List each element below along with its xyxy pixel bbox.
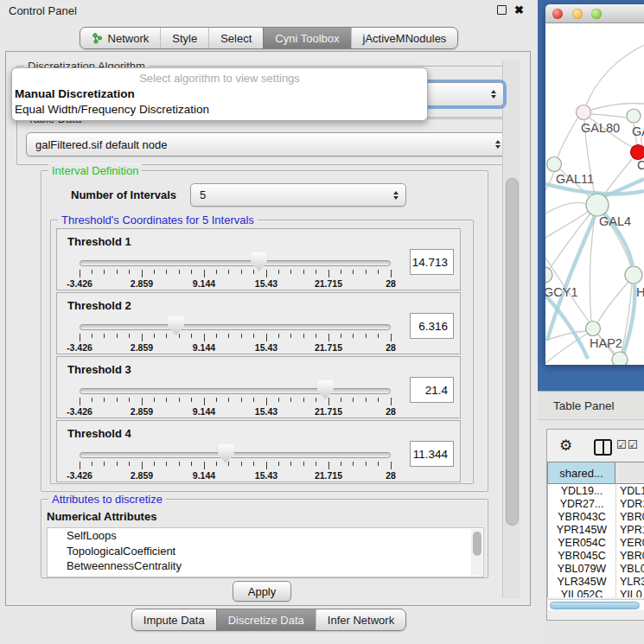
tick-mark xyxy=(80,398,80,405)
table-row[interactable]: YDR27...YDR2 xyxy=(548,497,644,510)
close-light-icon[interactable] xyxy=(552,9,563,19)
threshold-value-field[interactable]: 14.713 xyxy=(410,249,454,275)
control-panel-titlebar: Control Panel ✖ xyxy=(0,0,538,22)
table-row[interactable]: YIL052CYIL0 xyxy=(548,588,644,597)
tick-mark xyxy=(290,398,291,402)
attribute-list-item[interactable]: SelfLoops xyxy=(48,528,483,544)
tick-mark xyxy=(204,334,205,341)
table-row[interactable]: YLR345WYLR3 xyxy=(548,575,644,588)
slider-track[interactable] xyxy=(80,324,391,330)
slider-thumb[interactable] xyxy=(251,252,267,271)
control-panel-scrollbar-thumb[interactable] xyxy=(506,178,519,526)
tick-label: 21.715 xyxy=(301,342,356,353)
network-node-gcy1[interactable] xyxy=(545,267,552,283)
threshold-panel: Threshold 2-3.4262.8599.14415.4321.71528… xyxy=(56,292,461,354)
attribute-list-item[interactable]: TopologicalCoefficient xyxy=(48,544,483,559)
checkbox-icon[interactable]: ☑ xyxy=(616,438,627,451)
slider-track[interactable] xyxy=(80,452,391,458)
apply-button[interactable]: Apply xyxy=(233,581,291,602)
control-panel-scrollbar[interactable] xyxy=(502,61,520,598)
tab-select[interactable]: Select xyxy=(208,28,263,48)
table-hscrollbar[interactable] xyxy=(548,599,644,610)
zoom-light-icon[interactable] xyxy=(591,9,602,19)
network-desktop: GAL80GACGAL11GAL4GCY1HHAP2 xyxy=(538,0,644,391)
panel-title: Control Panel xyxy=(9,4,77,17)
threshold-value-field[interactable]: 6.316 xyxy=(410,313,454,339)
checkbox-icon[interactable]: ☑ xyxy=(628,438,638,451)
slider-thumb[interactable] xyxy=(317,380,334,399)
tab-network[interactable]: Network xyxy=(80,28,161,48)
attributes-group-title: Attributes to discretize xyxy=(48,493,166,506)
table-data-combobox[interactable]: galFiltered.sif default node xyxy=(26,132,508,156)
close-icon[interactable]: ✖ xyxy=(514,4,524,16)
slider-thumb[interactable] xyxy=(168,316,184,335)
list-scrollbar[interactable] xyxy=(471,529,482,576)
algorithm-popup-prompt: Select algorithm to view settings xyxy=(12,72,427,85)
tick-mark xyxy=(228,462,229,466)
columns-icon[interactable] xyxy=(594,439,612,456)
attribute-list-item[interactable]: BetweennessCentrality xyxy=(48,558,483,574)
gear-icon[interactable]: ⚙ xyxy=(559,437,572,455)
table-row[interactable]: YBL079WYBL0 xyxy=(548,562,644,575)
combo-arrows-icon xyxy=(495,140,501,149)
tick-mark xyxy=(104,334,105,338)
network-node-c[interactable] xyxy=(631,145,644,160)
tick-mark xyxy=(366,270,367,274)
tab-style[interactable]: Style xyxy=(160,28,208,48)
table-row[interactable]: YDL19...YDL1 xyxy=(548,484,644,497)
table-row[interactable]: YBR045CYBR0 xyxy=(548,549,644,562)
tick-label: 2.859 xyxy=(114,342,169,353)
minimize-light-icon[interactable] xyxy=(572,9,583,19)
tab-jactivemnodules[interactable]: jActiveMNodules xyxy=(351,28,458,48)
column-header-shared-name[interactable]: shared... xyxy=(547,462,615,484)
number-of-intervals-combobox[interactable]: 5 xyxy=(190,183,406,207)
table-header: shared... na xyxy=(547,462,644,484)
threshold-value-field[interactable]: 21.4 xyxy=(410,377,454,403)
algorithm-option[interactable]: Equal Width/Frequency Discretization xyxy=(15,103,209,116)
threshold-panel: Threshold 3-3.4262.8599.14415.4321.71528… xyxy=(56,356,461,418)
table-row[interactable]: YPR145WYPR1 xyxy=(548,523,644,536)
tick-mark xyxy=(253,334,254,338)
network-node-gal11[interactable] xyxy=(547,157,562,172)
list-scrollbar-thumb[interactable] xyxy=(473,532,481,556)
slider-track[interactable] xyxy=(80,388,391,394)
network-node[interactable] xyxy=(612,352,628,365)
tick-mark xyxy=(316,270,316,274)
network-window[interactable]: GAL80GACGAL11GAL4GCY1HHAP2 xyxy=(545,4,644,365)
network-node-hap2[interactable] xyxy=(586,322,601,336)
column-header-name[interactable]: na xyxy=(615,462,644,484)
tick-mark xyxy=(290,334,291,338)
tick-mark xyxy=(328,334,329,341)
tick-mark xyxy=(179,334,180,338)
tick-mark xyxy=(303,334,304,338)
thresholds-group-title: Threshold's Coordinates for 5 Intervals xyxy=(58,214,258,226)
tab-label: Select xyxy=(220,32,252,45)
network-node-ga[interactable] xyxy=(627,109,641,123)
cell-name: YDR2 xyxy=(616,498,644,510)
table-row[interactable]: YBR043CYBR0 xyxy=(548,510,644,523)
tab-cyni-toolbox[interactable]: Cyni Toolbox xyxy=(263,28,350,48)
network-canvas[interactable]: GAL80GACGAL11GAL4GCY1HHAP2 xyxy=(545,23,644,365)
network-node-h[interactable] xyxy=(625,266,642,284)
slider-thumb[interactable] xyxy=(218,444,234,463)
table-row[interactable]: YER054CYER0 xyxy=(548,536,644,549)
tab-infer-network[interactable]: Infer Network xyxy=(316,609,405,630)
algorithm-option[interactable]: Manual Discretization xyxy=(15,87,135,100)
control-panel-content: Discretization Algorithm Select algorith… xyxy=(5,51,531,606)
tick-label: 9.144 xyxy=(176,406,232,417)
numerical-attributes-list[interactable]: SelfLoopsTopologicalCoefficientBetweenne… xyxy=(47,527,484,577)
tick-mark xyxy=(179,398,180,402)
node-label: GA xyxy=(632,124,644,138)
network-node-gal4[interactable] xyxy=(586,194,609,216)
float-window-icon[interactable] xyxy=(497,5,507,15)
network-view[interactable]: GAL80GACGAL11GAL4GCY1HHAP2 xyxy=(545,23,644,365)
tick-mark xyxy=(278,462,279,466)
tab-impute-data[interactable]: Impute Data xyxy=(132,609,216,630)
network-node-gal80[interactable] xyxy=(577,105,591,120)
tab-discretize-data[interactable]: Discretize Data xyxy=(216,609,316,630)
table-hscrollbar-thumb[interactable] xyxy=(550,602,640,609)
threshold-value-field[interactable]: 11.344 xyxy=(410,441,454,467)
tick-mark xyxy=(228,398,229,402)
tick-mark xyxy=(241,270,242,274)
slider-track[interactable] xyxy=(80,260,391,266)
